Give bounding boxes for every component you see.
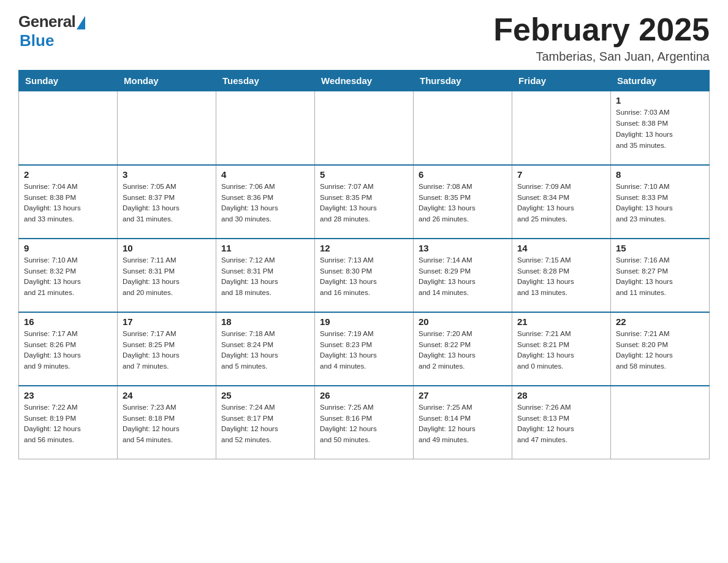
calendar-cell: 26Sunrise: 7:25 AM Sunset: 8:16 PM Dayli… <box>315 386 414 459</box>
weekday-header: Tuesday <box>216 71 315 91</box>
calendar-cell <box>315 91 414 165</box>
day-number: 4 <box>221 169 309 180</box>
calendar-cell: 3Sunrise: 7:05 AM Sunset: 8:37 PM Daylig… <box>118 165 216 239</box>
logo: General Blue <box>18 12 85 50</box>
calendar-cell: 10Sunrise: 7:11 AM Sunset: 8:31 PM Dayli… <box>118 239 216 312</box>
calendar-week-row: 2Sunrise: 7:04 AM Sunset: 8:38 PM Daylig… <box>19 165 710 239</box>
location-text: Tamberias, San Juan, Argentina <box>493 50 710 64</box>
weekday-header: Saturday <box>611 71 710 91</box>
day-number: 10 <box>123 243 211 253</box>
calendar-cell: 16Sunrise: 7:17 AM Sunset: 8:26 PM Dayli… <box>19 312 118 386</box>
day-number: 11 <box>221 243 309 253</box>
calendar-cell: 27Sunrise: 7:25 AM Sunset: 8:14 PM Dayli… <box>414 386 512 459</box>
day-info: Sunrise: 7:20 AM Sunset: 8:22 PM Dayligh… <box>419 329 507 372</box>
calendar-cell: 11Sunrise: 7:12 AM Sunset: 8:31 PM Dayli… <box>216 239 315 312</box>
day-info: Sunrise: 7:10 AM Sunset: 8:32 PM Dayligh… <box>24 255 112 299</box>
day-info: Sunrise: 7:10 AM Sunset: 8:33 PM Dayligh… <box>616 182 704 225</box>
calendar-header-row: SundayMondayTuesdayWednesdayThursdayFrid… <box>19 71 710 91</box>
calendar-cell: 5Sunrise: 7:07 AM Sunset: 8:35 PM Daylig… <box>315 165 414 239</box>
calendar-cell: 22Sunrise: 7:21 AM Sunset: 8:20 PM Dayli… <box>611 312 710 386</box>
calendar-cell: 1Sunrise: 7:03 AM Sunset: 8:38 PM Daylig… <box>611 91 710 165</box>
day-info: Sunrise: 7:04 AM Sunset: 8:38 PM Dayligh… <box>24 182 112 225</box>
calendar-cell: 6Sunrise: 7:08 AM Sunset: 8:35 PM Daylig… <box>414 165 512 239</box>
calendar-table: SundayMondayTuesdayWednesdayThursdayFrid… <box>18 70 710 459</box>
day-info: Sunrise: 7:05 AM Sunset: 8:37 PM Dayligh… <box>123 182 211 225</box>
calendar-cell: 18Sunrise: 7:18 AM Sunset: 8:24 PM Dayli… <box>216 312 315 386</box>
day-info: Sunrise: 7:24 AM Sunset: 8:17 PM Dayligh… <box>221 402 309 446</box>
calendar-cell: 14Sunrise: 7:15 AM Sunset: 8:28 PM Dayli… <box>512 239 611 312</box>
calendar-week-row: 9Sunrise: 7:10 AM Sunset: 8:32 PM Daylig… <box>19 239 710 312</box>
day-info: Sunrise: 7:07 AM Sunset: 8:35 PM Dayligh… <box>320 182 408 225</box>
day-number: 28 <box>517 390 605 400</box>
day-info: Sunrise: 7:21 AM Sunset: 8:21 PM Dayligh… <box>517 329 605 372</box>
day-number: 15 <box>616 243 704 253</box>
calendar-cell <box>512 91 611 165</box>
day-number: 7 <box>517 169 605 180</box>
day-number: 14 <box>517 243 605 253</box>
month-title: February 2025 <box>493 12 710 47</box>
calendar-cell: 17Sunrise: 7:17 AM Sunset: 8:25 PM Dayli… <box>118 312 216 386</box>
calendar-cell <box>19 91 118 165</box>
day-number: 9 <box>24 243 112 253</box>
day-number: 6 <box>419 169 507 180</box>
day-number: 25 <box>221 390 309 400</box>
day-number: 21 <box>517 316 605 327</box>
weekday-header: Sunday <box>19 71 118 91</box>
day-number: 2 <box>24 169 112 180</box>
day-info: Sunrise: 7:13 AM Sunset: 8:30 PM Dayligh… <box>320 255 408 299</box>
day-number: 27 <box>419 390 507 400</box>
calendar-cell <box>611 386 710 459</box>
logo-blue-text: Blue <box>20 31 54 50</box>
calendar-cell: 7Sunrise: 7:09 AM Sunset: 8:34 PM Daylig… <box>512 165 611 239</box>
day-info: Sunrise: 7:26 AM Sunset: 8:13 PM Dayligh… <box>517 402 605 446</box>
day-info: Sunrise: 7:19 AM Sunset: 8:23 PM Dayligh… <box>320 329 408 372</box>
day-info: Sunrise: 7:09 AM Sunset: 8:34 PM Dayligh… <box>517 182 605 225</box>
day-number: 26 <box>320 390 408 400</box>
weekday-header: Monday <box>118 71 216 91</box>
logo-general-text: General <box>18 12 75 31</box>
day-number: 16 <box>24 316 112 327</box>
calendar-cell: 4Sunrise: 7:06 AM Sunset: 8:36 PM Daylig… <box>216 165 315 239</box>
day-info: Sunrise: 7:06 AM Sunset: 8:36 PM Dayligh… <box>221 182 309 225</box>
day-number: 24 <box>123 390 211 400</box>
page-header: General Blue February 2025 Tamberias, Sa… <box>18 12 710 64</box>
calendar-cell: 13Sunrise: 7:14 AM Sunset: 8:29 PM Dayli… <box>414 239 512 312</box>
calendar-week-row: 1Sunrise: 7:03 AM Sunset: 8:38 PM Daylig… <box>19 91 710 165</box>
day-info: Sunrise: 7:23 AM Sunset: 8:18 PM Dayligh… <box>123 402 211 446</box>
weekday-header: Thursday <box>414 71 512 91</box>
calendar-cell: 20Sunrise: 7:20 AM Sunset: 8:22 PM Dayli… <box>414 312 512 386</box>
calendar-cell: 23Sunrise: 7:22 AM Sunset: 8:19 PM Dayli… <box>19 386 118 459</box>
day-info: Sunrise: 7:03 AM Sunset: 8:38 PM Dayligh… <box>616 107 704 151</box>
calendar-cell <box>216 91 315 165</box>
day-number: 23 <box>24 390 112 400</box>
day-number: 18 <box>221 316 309 327</box>
day-info: Sunrise: 7:22 AM Sunset: 8:19 PM Dayligh… <box>24 402 112 446</box>
day-info: Sunrise: 7:25 AM Sunset: 8:14 PM Dayligh… <box>419 402 507 446</box>
day-number: 5 <box>320 169 408 180</box>
day-info: Sunrise: 7:08 AM Sunset: 8:35 PM Dayligh… <box>419 182 507 225</box>
calendar-cell: 8Sunrise: 7:10 AM Sunset: 8:33 PM Daylig… <box>611 165 710 239</box>
calendar-cell: 15Sunrise: 7:16 AM Sunset: 8:27 PM Dayli… <box>611 239 710 312</box>
calendar-cell: 2Sunrise: 7:04 AM Sunset: 8:38 PM Daylig… <box>19 165 118 239</box>
day-number: 8 <box>616 169 704 180</box>
day-info: Sunrise: 7:11 AM Sunset: 8:31 PM Dayligh… <box>123 255 211 299</box>
day-info: Sunrise: 7:15 AM Sunset: 8:28 PM Dayligh… <box>517 255 605 299</box>
day-number: 3 <box>123 169 211 180</box>
calendar-cell: 28Sunrise: 7:26 AM Sunset: 8:13 PM Dayli… <box>512 386 611 459</box>
day-number: 1 <box>616 95 704 105</box>
day-info: Sunrise: 7:14 AM Sunset: 8:29 PM Dayligh… <box>419 255 507 299</box>
day-info: Sunrise: 7:25 AM Sunset: 8:16 PM Dayligh… <box>320 402 408 446</box>
day-number: 17 <box>123 316 211 327</box>
title-area: February 2025 Tamberias, San Juan, Argen… <box>493 12 710 64</box>
day-info: Sunrise: 7:12 AM Sunset: 8:31 PM Dayligh… <box>221 255 309 299</box>
calendar-week-row: 16Sunrise: 7:17 AM Sunset: 8:26 PM Dayli… <box>19 312 710 386</box>
weekday-header: Friday <box>512 71 611 91</box>
calendar-cell: 21Sunrise: 7:21 AM Sunset: 8:21 PM Dayli… <box>512 312 611 386</box>
day-info: Sunrise: 7:17 AM Sunset: 8:26 PM Dayligh… <box>24 329 112 372</box>
day-number: 12 <box>320 243 408 253</box>
calendar-cell: 9Sunrise: 7:10 AM Sunset: 8:32 PM Daylig… <box>19 239 118 312</box>
calendar-cell: 25Sunrise: 7:24 AM Sunset: 8:17 PM Dayli… <box>216 386 315 459</box>
day-info: Sunrise: 7:18 AM Sunset: 8:24 PM Dayligh… <box>221 329 309 372</box>
day-number: 13 <box>419 243 507 253</box>
calendar-cell: 19Sunrise: 7:19 AM Sunset: 8:23 PM Dayli… <box>315 312 414 386</box>
